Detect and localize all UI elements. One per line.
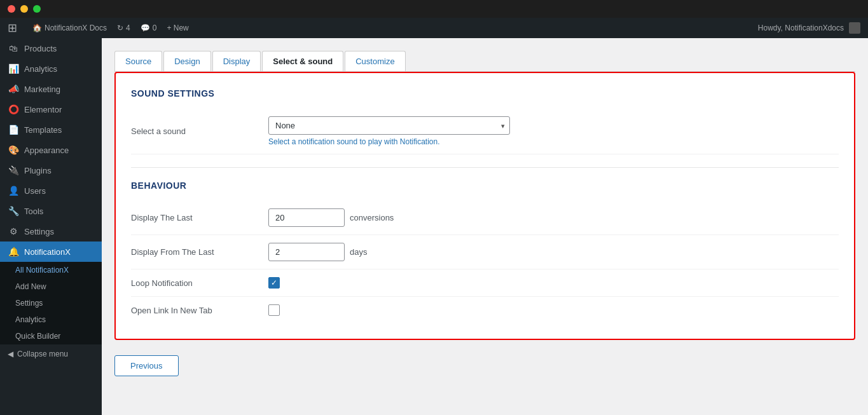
notificationx-icon: 🔔 bbox=[8, 247, 19, 257]
select-sound-label: Select a sound bbox=[131, 126, 258, 136]
comments-icon: 💬 bbox=[141, 24, 150, 32]
collapse-icon: ◀ bbox=[8, 350, 13, 358]
avatar bbox=[849, 22, 860, 34]
templates-icon: 📄 bbox=[8, 125, 19, 135]
admin-bar-home[interactable]: 🏠 NotificationX Docs bbox=[32, 24, 107, 32]
sidebar-item-analytics[interactable]: 📊 Analytics bbox=[0, 58, 102, 79]
marketing-icon: 📣 bbox=[8, 84, 19, 94]
loop-notification-row: Loop Notification ✓ bbox=[131, 269, 839, 297]
maximize-button[interactable] bbox=[33, 5, 41, 13]
tab-customize[interactable]: Customize bbox=[345, 51, 405, 71]
tabs-row: Source Design Display Select & sound Cus… bbox=[114, 51, 855, 72]
sound-select[interactable]: None Beep Chime Alert Ding bbox=[268, 116, 510, 135]
sidebar-submenu-quick-builder[interactable]: Quick Builder bbox=[0, 328, 102, 344]
select-sound-control: None Beep Chime Alert Ding ▾ Select a no… bbox=[268, 116, 839, 146]
display-last-label: Display The Last bbox=[131, 213, 258, 222]
notificationx-submenu: All NotificationX Add New Settings Analy… bbox=[0, 262, 102, 344]
sidebar-item-elementor[interactable]: ⭕ Elementor bbox=[0, 99, 102, 119]
appearance-icon: 🎨 bbox=[8, 145, 19, 155]
open-link-control bbox=[268, 304, 839, 316]
titlebar bbox=[0, 0, 868, 18]
display-last-input[interactable] bbox=[268, 208, 345, 227]
display-from-control: days bbox=[268, 243, 839, 261]
sidebar-item-templates[interactable]: 📄 Templates bbox=[0, 119, 102, 140]
sidebar-item-settings[interactable]: ⚙ Settings bbox=[0, 221, 102, 242]
sidebar-item-marketing[interactable]: 📣 Marketing bbox=[0, 79, 102, 99]
tab-select-sound[interactable]: Select & sound bbox=[262, 51, 343, 71]
behaviour-title: BEHAVIOUR bbox=[131, 180, 839, 191]
previous-button[interactable]: Previous bbox=[114, 355, 179, 376]
sidebar-item-products[interactable]: 🛍 Products bbox=[0, 38, 102, 58]
loop-notification-label: Loop Notification bbox=[131, 278, 258, 288]
main-content: Source Design Display Select & sound Cus… bbox=[102, 38, 868, 415]
sidebar: 🛍 Products 📊 Analytics 📣 Marketing ⭕ Ele… bbox=[0, 38, 102, 415]
minimize-button[interactable] bbox=[20, 5, 28, 13]
select-sound-row: Select a sound None Beep Chime Alert Din… bbox=[131, 109, 839, 154]
plugins-icon: 🔌 bbox=[8, 165, 19, 175]
sidebar-submenu-settings[interactable]: Settings bbox=[0, 295, 102, 311]
open-link-checkbox[interactable] bbox=[268, 304, 280, 316]
display-last-row: Display The Last conversions bbox=[131, 201, 839, 235]
tools-icon: 🔧 bbox=[8, 206, 19, 216]
display-from-unit: days bbox=[350, 247, 367, 257]
admin-bar-new[interactable]: + New bbox=[167, 24, 188, 32]
admin-bar-updates[interactable]: ↻ 4 bbox=[117, 24, 130, 32]
sidebar-item-notificationx[interactable]: 🔔 NotificationX bbox=[0, 242, 102, 262]
admin-bar: ⊞ 🏠 NotificationX Docs ↻ 4 💬 0 + New How… bbox=[0, 18, 868, 38]
sidebar-item-tools[interactable]: 🔧 Tools bbox=[0, 201, 102, 221]
layout: 🛍 Products 📊 Analytics 📣 Marketing ⭕ Ele… bbox=[0, 38, 868, 415]
updates-icon: ↻ bbox=[117, 24, 123, 32]
display-last-unit: conversions bbox=[350, 213, 394, 222]
sidebar-submenu-all[interactable]: All NotificationX bbox=[0, 262, 102, 278]
open-link-label: Open Link In New Tab bbox=[131, 306, 258, 315]
tab-design[interactable]: Design bbox=[163, 51, 210, 71]
sound-select-wrapper: None Beep Chime Alert Ding ▾ bbox=[268, 116, 510, 135]
display-last-control: conversions bbox=[268, 208, 839, 227]
collapse-menu[interactable]: ◀ Collapse menu bbox=[0, 344, 102, 364]
admin-bar-right: Howdy, NotificationXdocs bbox=[758, 22, 860, 34]
settings-icon: ⚙ bbox=[8, 226, 19, 236]
products-icon: 🛍 bbox=[8, 43, 19, 53]
open-link-row: Open Link In New Tab bbox=[131, 297, 839, 323]
sidebar-submenu-analytics[interactable]: Analytics bbox=[0, 311, 102, 328]
admin-bar-comments[interactable]: 💬 0 bbox=[141, 24, 157, 32]
settings-panel: SOUND SETTINGS Select a sound None Beep … bbox=[114, 72, 855, 340]
sidebar-submenu-add-new[interactable]: Add New bbox=[0, 278, 102, 295]
sidebar-item-users[interactable]: 👤 Users bbox=[0, 180, 102, 201]
sound-help-text: Select a notification sound to play with… bbox=[268, 137, 510, 146]
close-button[interactable] bbox=[8, 5, 15, 13]
loop-notification-control: ✓ bbox=[268, 277, 839, 289]
section-divider bbox=[131, 167, 839, 168]
sidebar-item-plugins[interactable]: 🔌 Plugins bbox=[0, 160, 102, 180]
display-from-label: Display From The Last bbox=[131, 247, 258, 257]
elementor-icon: ⭕ bbox=[8, 104, 19, 114]
tab-source[interactable]: Source bbox=[114, 51, 162, 71]
sound-settings-title: SOUND SETTINGS bbox=[131, 88, 839, 99]
sidebar-item-appearance[interactable]: 🎨 Appearance bbox=[0, 140, 102, 160]
tab-display[interactable]: Display bbox=[212, 51, 261, 71]
home-icon: 🏠 bbox=[32, 24, 42, 32]
display-from-row: Display From The Last days bbox=[131, 235, 839, 269]
display-from-input[interactable] bbox=[268, 243, 345, 261]
analytics-icon: 📊 bbox=[8, 64, 19, 74]
loop-notification-checkbox[interactable]: ✓ bbox=[268, 277, 280, 289]
users-icon: 👤 bbox=[8, 186, 19, 196]
wp-icon[interactable]: ⊞ bbox=[8, 21, 17, 35]
